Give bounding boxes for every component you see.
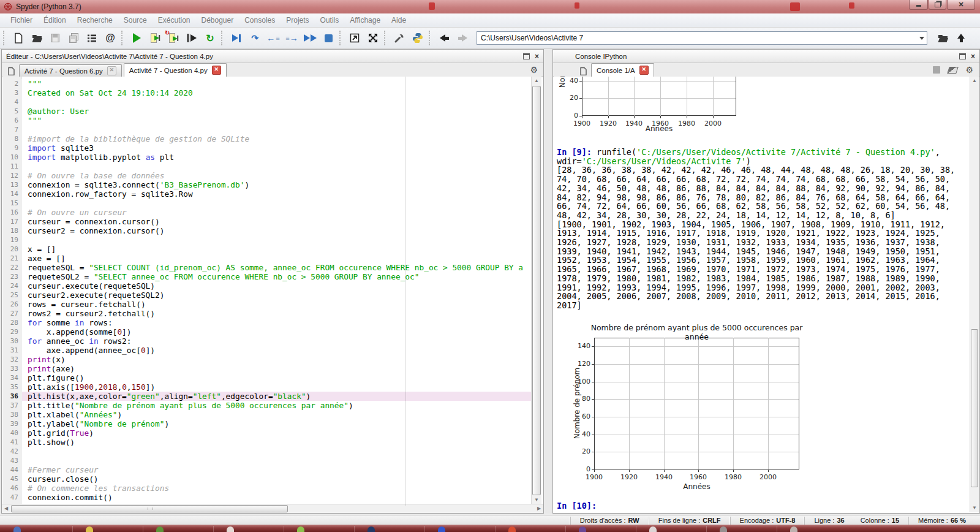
code-line-47[interactable]: 47connexion.commit() [2, 493, 531, 502]
minimize-button[interactable] [909, 0, 928, 10]
tab-close-icon[interactable]: ✕ [639, 66, 649, 75]
code-line-26[interactable]: 26rows = curseur.fetchall() [2, 300, 531, 309]
browse-directory-button[interactable] [933, 30, 952, 47]
taskbar-icon[interactable] [508, 526, 516, 532]
menu-item-5[interactable]: Déboguer [195, 13, 239, 27]
editor-options-gear-icon[interactable]: ⚙ [530, 65, 538, 75]
code-line-34[interactable]: 34plt.figure() [2, 373, 531, 382]
code-line-38[interactable]: 38plt.xlabel("Années") [2, 410, 531, 419]
run-file-button[interactable] [127, 30, 146, 47]
code-line-42[interactable]: 42 [2, 447, 531, 456]
scroll-down-icon[interactable]: ▼ [970, 504, 979, 512]
code-line-39[interactable]: 39plt.ylabel("Nombre de prénom") [2, 419, 531, 428]
combobox-dropdown-button[interactable] [917, 32, 927, 44]
clear-console-icon[interactable] [948, 67, 959, 74]
taskbar-icon[interactable] [156, 526, 164, 532]
scrollbar-thumb[interactable] [11, 505, 288, 512]
open-file-button[interactable] [28, 30, 46, 47]
debug-step-return-button[interactable]: ≡→ [282, 30, 301, 47]
menu-item-2[interactable]: Recherche [72, 13, 118, 27]
browse-tabs-button[interactable] [575, 65, 591, 77]
code-line-2[interactable]: 2""" [2, 79, 531, 88]
run-selection-button[interactable] [183, 30, 201, 47]
code-line-27[interactable]: 27rows2 = curseur2.fetchall() [2, 309, 531, 318]
code-line-41[interactable]: 41plt.show() [2, 438, 531, 447]
debug-file-button[interactable] [227, 30, 246, 47]
taskbar-icon[interactable] [720, 526, 727, 532]
menu-item-0[interactable]: Fichier [5, 13, 38, 27]
code-line-9[interactable]: 9import sqlite3 [2, 143, 531, 153]
menu-item-9[interactable]: Affichage [344, 13, 386, 27]
close-pane-icon[interactable]: × [535, 53, 539, 59]
code-line-46[interactable]: 46# On commence les transactions [2, 484, 531, 493]
new-file-button[interactable] [9, 30, 28, 47]
taskbar-icon[interactable] [297, 526, 304, 532]
parent-directory-button[interactable] [952, 30, 970, 47]
working-directory-combobox[interactable]: C:\Users\User\Videos\Activite 7 [477, 31, 927, 45]
debug-stop-button[interactable] [319, 30, 337, 47]
code-line-28[interactable]: 28for somme in rows: [2, 318, 531, 327]
tab-question6[interactable]: Activité 7 - Question 6.py ✕ [19, 64, 122, 77]
code-line-36[interactable]: 36plt.hist(x,axe,color="green",align="le… [2, 392, 531, 401]
code-line-22[interactable]: 22requeteSQL = "SELECT COUNT (id_prenom_… [2, 263, 531, 272]
maximize-pane-button[interactable] [345, 30, 364, 47]
scroll-up-icon[interactable]: ▲ [970, 77, 979, 85]
code-line-24[interactable]: 24curseur.execute(requeteSQL) [2, 281, 531, 291]
code-line-43[interactable]: 43 [2, 456, 531, 465]
code-line-30[interactable]: 30for annee_oc in rows2: [2, 336, 531, 346]
tab-console-1a[interactable]: Console 1/A ✕ [591, 63, 654, 77]
taskbar-icon[interactable] [227, 526, 234, 532]
console-output[interactable]: 19001920194019601980200002040AnnéesNombr… [554, 77, 970, 512]
run-cell-button[interactable] [146, 30, 164, 47]
save-all-button[interactable] [64, 30, 83, 47]
code-line-17[interactable]: 17curseur = connexion.cursor() [2, 217, 531, 226]
scroll-up-icon[interactable]: ▲ [532, 77, 541, 85]
browse-tabs-button[interactable] [3, 65, 19, 77]
code-line-23[interactable]: 23requeteSQL2 = "SELECT annee_oc FROM oc… [2, 272, 531, 281]
taskbar-icon[interactable] [13, 526, 21, 532]
scroll-down-icon[interactable]: ▼ [532, 496, 541, 504]
debug-step-into-button[interactable]: ←≡ [264, 30, 282, 47]
taskbar-icon[interactable] [86, 526, 93, 532]
code-line-6[interactable]: 6""" [2, 116, 531, 125]
code-line-11[interactable]: 11 [2, 162, 531, 171]
menu-item-3[interactable]: Source [118, 13, 153, 27]
debug-continue-button[interactable] [301, 30, 319, 47]
close-button[interactable]: ✕ [947, 0, 975, 10]
code-line-32[interactable]: 32print(x) [2, 355, 531, 364]
debug-step-button[interactable]: ↷ [246, 30, 264, 47]
code-line-4[interactable]: 4 [2, 97, 531, 107]
interrupt-kernel-icon[interactable] [933, 66, 940, 74]
console-options-gear-icon[interactable]: ⚙ [965, 65, 973, 75]
code-line-13[interactable]: 13connexion = sqlite3.connect('B3_BasePr… [2, 180, 531, 189]
menu-item-4[interactable]: Exécution [153, 13, 196, 27]
code-line-15[interactable]: 15 [2, 199, 531, 208]
tab-close-icon[interactable]: ✕ [107, 66, 116, 75]
code-line-37[interactable]: 37plt.title("Nombre de prénom ayant plus… [2, 401, 531, 410]
code-line-10[interactable]: 10import matplotlib.pyplot as plt [2, 153, 531, 162]
undock-pane-icon[interactable] [959, 53, 966, 59]
code-line-12[interactable]: 12# On ouvre la base de données [2, 171, 531, 180]
fullscreen-button[interactable] [364, 30, 382, 47]
code-line-14[interactable]: 14connexion.row_factory = sqlite3.Row [2, 189, 531, 199]
menu-item-6[interactable]: Consoles [239, 13, 281, 27]
taskbar-icon[interactable] [649, 526, 657, 532]
file-switcher-button[interactable] [83, 30, 101, 47]
code-line-40[interactable]: 40plt.grid(True) [2, 428, 531, 438]
code-line-35[interactable]: 35plt.axis([1900,2018,0,150]) [2, 382, 531, 392]
console-vertical-scrollbar[interactable]: ▲ ▼ [970, 77, 979, 512]
tab-close-icon[interactable]: ✕ [212, 66, 221, 75]
preferences-button[interactable] [390, 30, 409, 47]
code-line-3[interactable]: 3Created on Sat Oct 24 19:10:14 2020 [2, 88, 531, 97]
menu-item-1[interactable]: Édition [38, 13, 72, 27]
pythonpath-button[interactable] [409, 30, 427, 47]
tab-question4[interactable]: Activité 7 - Question 4.py ✕ [124, 63, 227, 77]
code-line-16[interactable]: 16# On ouvre un curseur [2, 208, 531, 217]
close-pane-icon[interactable]: × [971, 53, 975, 59]
code-line-5[interactable]: 5@author: User [2, 107, 531, 116]
code-line-31[interactable]: 31 axe.append(annee_oc[0]) [2, 346, 531, 355]
code-line-20[interactable]: 20x = [] [2, 245, 531, 254]
undock-pane-icon[interactable] [523, 53, 530, 59]
code-line-25[interactable]: 25curseur2.execute(requeteSQL2) [2, 291, 531, 300]
editor-horizontal-scrollbar[interactable]: ◀ ▶ [2, 504, 543, 513]
